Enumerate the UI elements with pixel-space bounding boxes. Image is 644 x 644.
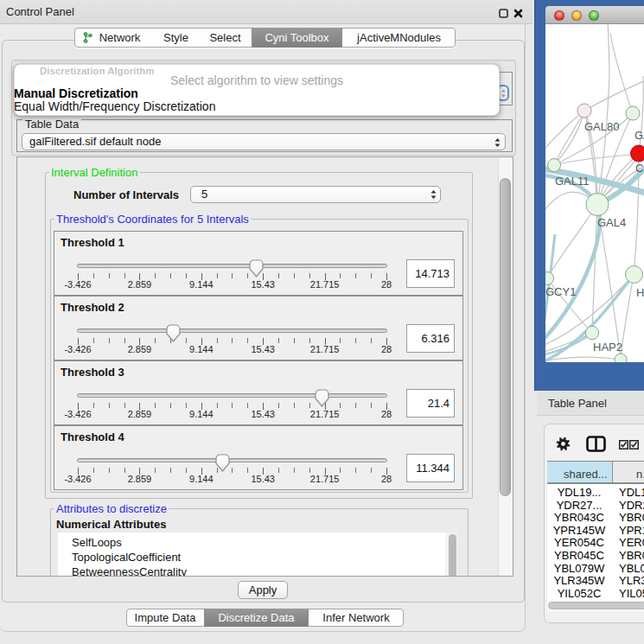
svg-text:C: C [635,162,643,175]
svg-text:GAL80: GAL80 [584,120,619,133]
svg-text:GAL11: GAL11 [555,175,590,188]
svg-text:GA: GA [634,129,644,142]
svg-text:HAP2: HAP2 [593,341,622,354]
svg-text:GCY1: GCY1 [545,285,576,298]
svg-text:H: H [636,286,644,299]
svg-text:GAL4: GAL4 [597,216,626,229]
